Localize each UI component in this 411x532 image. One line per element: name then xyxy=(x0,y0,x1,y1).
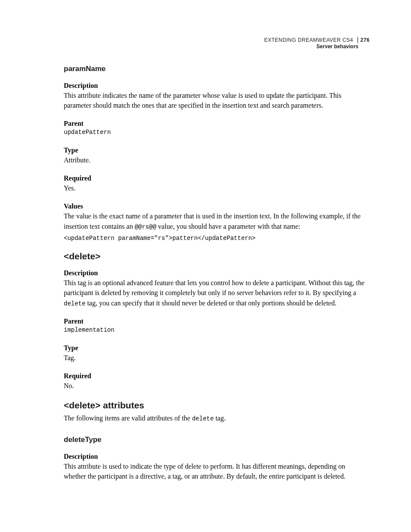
value-type: Attribute. xyxy=(64,155,365,165)
value-type: Tag. xyxy=(64,353,365,363)
heading-paramname: paramName xyxy=(64,65,365,73)
label-description: Description xyxy=(64,269,365,277)
text-description: This tag is an optional advanced feature… xyxy=(64,278,365,308)
label-type: Type xyxy=(64,344,365,352)
heading-delete-attributes: <delete> attributes xyxy=(64,400,365,411)
label-type: Type xyxy=(64,146,365,154)
page-number: 276 xyxy=(358,37,370,43)
heading-deletetype: deleteType xyxy=(64,436,365,444)
page-content: paramName Description This attribute ind… xyxy=(64,65,365,481)
value-parent: implementation xyxy=(64,326,365,335)
text-description: This attribute indicates the name of the… xyxy=(64,90,365,110)
intro-pre: The following items are valid attributes… xyxy=(64,414,192,422)
value-required: No. xyxy=(64,381,365,391)
label-parent: Parent xyxy=(64,120,365,128)
code-rs: @@rs@@ xyxy=(134,224,156,230)
text-desc-post: tag, you can specify that it should neve… xyxy=(85,299,336,307)
label-required: Required xyxy=(64,174,365,182)
intro-post: tag. xyxy=(214,414,226,422)
doc-title: EXTENDING DREAMWEAVER CS4 xyxy=(264,37,353,43)
heading-delete: <delete> xyxy=(64,251,365,261)
doc-title-line: EXTENDING DREAMWEAVER CS4 276 xyxy=(264,37,370,44)
value-required: Yes. xyxy=(64,183,365,193)
text-values-post: value, you should have a parameter with … xyxy=(156,223,300,230)
document-page: EXTENDING DREAMWEAVER CS4 276 Server beh… xyxy=(0,0,411,532)
label-required: Required xyxy=(64,372,365,380)
section-name: Server behaviors xyxy=(264,44,370,50)
value-parent: updatePattern xyxy=(64,128,365,137)
label-description: Description xyxy=(64,82,365,90)
text-delete-attributes-intro: The following items are valid attributes… xyxy=(64,413,365,423)
code-updatepattern: <updatePattern paramName="rs">pattern</u… xyxy=(64,235,365,242)
label-description: Description xyxy=(64,453,365,460)
text-description: This attribute is used to indicate the t… xyxy=(64,461,365,481)
label-parent: Parent xyxy=(64,317,365,325)
code-delete-inline: delete xyxy=(64,300,85,307)
label-values: Values xyxy=(64,202,365,210)
text-values: The value is the exact name of a paramet… xyxy=(64,211,365,231)
text-desc-pre: This tag is an optional advanced feature… xyxy=(64,279,364,296)
running-header: EXTENDING DREAMWEAVER CS4 276 Server beh… xyxy=(264,37,370,50)
code-delete-word: delete xyxy=(192,415,214,422)
